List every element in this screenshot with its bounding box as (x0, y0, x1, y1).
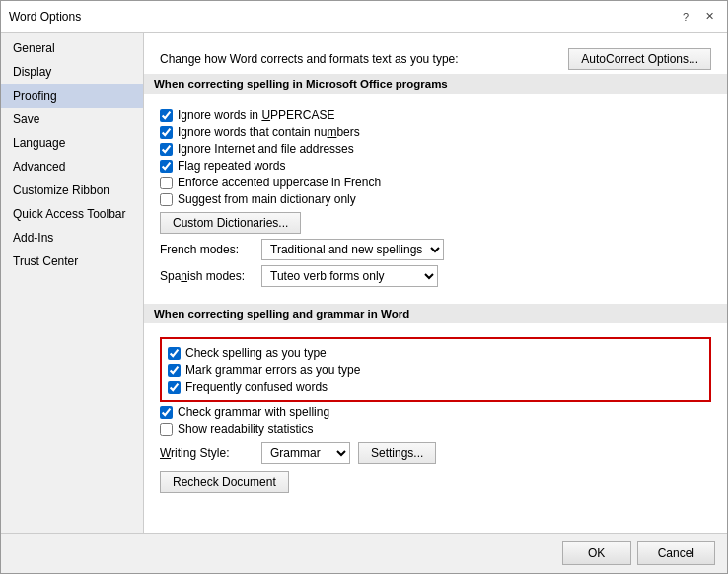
section1-content: Ignore words in UPPERCASE Ignore words t… (160, 102, 711, 296)
cb-ignore-uppercase[interactable] (160, 109, 173, 122)
checkbox-label-mark-grammar[interactable]: Mark grammar errors as you type (168, 363, 360, 377)
section2-content: Check spelling as you type Mark grammar … (160, 331, 711, 500)
french-modes-select[interactable]: Traditional and new spellings Traditiona… (261, 239, 444, 260)
cb-label-internet: Ignore Internet and file addresses (178, 142, 354, 156)
french-modes-row: French modes: Traditional and new spelli… (160, 239, 711, 260)
sidebar-item-customize-ribbon[interactable]: Customize Ribbon (1, 179, 143, 202)
sidebar-item-trust-center[interactable]: Trust Center (1, 250, 143, 273)
checkbox-row-readability: Show readability statistics (160, 422, 711, 436)
sidebar-item-add-ins[interactable]: Add-Ins (1, 226, 143, 250)
writing-style-select[interactable]: Grammar Grammar & Style (261, 442, 350, 464)
cb-mark-grammar[interactable] (168, 364, 181, 377)
checkbox-row-mark-grammar: Mark grammar errors as you type (168, 363, 703, 377)
underline-n: n (181, 269, 187, 283)
french-modes-label: French modes: (160, 243, 254, 256)
checkbox-label-grammar-spelling[interactable]: Check grammar with spelling (160, 405, 329, 419)
recheck-row: Recheck Document (160, 471, 711, 493)
checkbox-label-uppercase[interactable]: Ignore words in UPPERCASE (160, 108, 334, 122)
sidebar-item-general[interactable]: General (1, 36, 143, 60)
recheck-document-button[interactable]: Recheck Document (160, 471, 289, 493)
title-bar: Word Options ? ✕ (1, 1, 727, 33)
help-button[interactable]: ? (676, 7, 695, 27)
cb-check-spelling[interactable] (168, 347, 181, 360)
cb-flag-repeated[interactable] (160, 160, 173, 173)
checkbox-row-repeated: Flag repeated words (160, 159, 711, 173)
spanish-modes-label: Spanish modes: (160, 269, 254, 283)
spanish-modes-select[interactable]: Tuteo verb forms only Voseo verb forms o… (261, 265, 438, 287)
cb-label-uppercase: Ignore words in UPPERCASE (178, 108, 334, 122)
cb-label-mark-grammar: Mark grammar errors as you type (185, 363, 360, 377)
cb-enforce-french[interactable] (160, 177, 173, 189)
word-options-dialog: Word Options ? ✕ General Display Proofin… (0, 0, 728, 574)
custom-dict-row: Custom Dictionaries... (160, 212, 711, 234)
main-content: Change how Word corrects and formats tex… (144, 33, 727, 533)
cb-label-numbers: Ignore words that contain numbers (178, 125, 360, 139)
cb-grammar-spelling[interactable] (160, 406, 173, 419)
checkbox-label-french[interactable]: Enforce accented uppercase in French (160, 176, 381, 189)
title-bar-left: Word Options (9, 10, 81, 24)
cb-label-readability: Show readability statistics (178, 422, 313, 436)
cb-ignore-internet[interactable] (160, 143, 173, 156)
cb-label-french: Enforce accented uppercase in French (178, 176, 381, 189)
cb-confused-words[interactable] (168, 381, 181, 394)
cb-readability[interactable] (160, 423, 173, 436)
ok-button[interactable]: OK (562, 541, 631, 565)
checkbox-row-check-spelling: Check spelling as you type (168, 346, 703, 360)
dialog-footer: OK Cancel (1, 533, 727, 573)
checkbox-row-french: Enforce accented uppercase in French (160, 176, 711, 189)
cb-label-check-spelling: Check spelling as you type (185, 346, 327, 360)
cancel-button[interactable]: Cancel (637, 541, 715, 565)
section2-header: When correcting spelling and grammar in … (144, 304, 727, 323)
underline-u: U (261, 108, 270, 122)
sidebar-item-quick-access[interactable]: Quick Access Toolbar (1, 202, 143, 226)
cb-label-main-dict: Suggest from main dictionary only (178, 192, 356, 206)
checkbox-row-confused-words: Frequently confused words (168, 380, 703, 394)
sidebar-item-advanced[interactable]: Advanced (1, 155, 143, 179)
custom-dictionaries-button[interactable]: Custom Dictionaries... (160, 212, 301, 234)
checkbox-row-grammar-spelling: Check grammar with spelling (160, 405, 711, 419)
cb-ignore-numbers[interactable] (160, 126, 173, 139)
checkbox-label-repeated[interactable]: Flag repeated words (160, 159, 285, 173)
autocorrect-description: Change how Word corrects and formats tex… (160, 52, 459, 66)
highlighted-checkboxes: Check spelling as you type Mark grammar … (160, 337, 711, 402)
section1-header: When correcting spelling in Microsoft Of… (144, 74, 727, 94)
cb-label-repeated: Flag repeated words (178, 159, 285, 173)
checkbox-row-main-dict: Suggest from main dictionary only (160, 192, 711, 206)
checkbox-label-readability[interactable]: Show readability statistics (160, 422, 313, 436)
cb-label-grammar-spelling: Check grammar with spelling (178, 405, 329, 419)
autocorrect-row: Change how Word corrects and formats tex… (160, 48, 711, 70)
dialog-title: Word Options (9, 10, 81, 24)
checkbox-label-confused-words[interactable]: Frequently confused words (168, 380, 328, 394)
sidebar-item-save[interactable]: Save (1, 108, 143, 131)
settings-button[interactable]: Settings... (358, 442, 436, 464)
cb-suggest-main[interactable] (160, 193, 173, 206)
underline-m: m (327, 125, 336, 139)
dialog-body: General Display Proofing Save Language A… (1, 33, 727, 533)
close-button[interactable]: ✕ (699, 7, 719, 27)
title-bar-controls: ? ✕ (676, 7, 719, 27)
autocorrect-options-button[interactable]: AutoCorrect Options... (568, 48, 711, 70)
sidebar-item-proofing[interactable]: Proofing (1, 84, 143, 108)
checkbox-label-check-spelling[interactable]: Check spelling as you type (168, 346, 327, 360)
sidebar-item-display[interactable]: Display (1, 60, 143, 84)
writing-style-row: Writing Style: Grammar Grammar & Style S… (160, 442, 711, 464)
checkbox-row-numbers: Ignore words that contain numbers (160, 125, 711, 139)
sidebar: General Display Proofing Save Language A… (1, 33, 144, 533)
checkbox-label-numbers[interactable]: Ignore words that contain numbers (160, 125, 360, 139)
checkbox-label-main-dict[interactable]: Suggest from main dictionary only (160, 192, 356, 206)
checkbox-label-internet[interactable]: Ignore Internet and file addresses (160, 142, 354, 156)
checkbox-row-internet: Ignore Internet and file addresses (160, 142, 711, 156)
checkbox-row-uppercase: Ignore words in UPPERCASE (160, 108, 711, 122)
writing-style-label: Writing Style: (160, 446, 254, 460)
underline-w: W (160, 446, 171, 460)
spanish-modes-row: Spanish modes: Tuteo verb forms only Vos… (160, 265, 711, 287)
cb-label-confused-words: Frequently confused words (185, 380, 328, 394)
sidebar-item-language[interactable]: Language (1, 131, 143, 155)
